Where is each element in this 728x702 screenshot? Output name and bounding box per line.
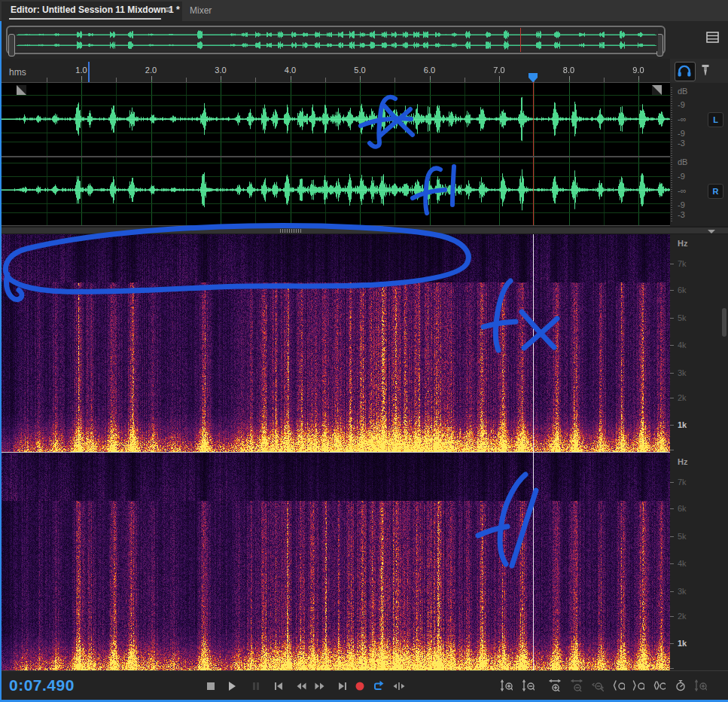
tab-editor-underline	[9, 18, 161, 20]
zoom-in-at-in-point-button[interactable]	[613, 679, 625, 691]
freq-label: 6k	[678, 504, 687, 513]
db-label: -9	[678, 172, 685, 181]
db-label: -3	[678, 210, 685, 219]
skip-to-previous-button[interactable]	[272, 679, 285, 693]
tab-bar: Editor: Untitled Session 11 Mixdown 1 * …	[0, 0, 728, 21]
stop-button[interactable]	[204, 679, 218, 693]
freq-label: 7k	[678, 259, 687, 268]
freq-tick	[670, 536, 674, 537]
transport-bar: 0:07.490	[0, 670, 728, 702]
freq-tick	[670, 318, 674, 319]
playhead-handle[interactable]	[528, 73, 538, 83]
section-divider[interactable]	[0, 227, 728, 234]
freq-label: 2k	[678, 612, 687, 621]
zoom-out-full-button[interactable]	[592, 679, 604, 691]
overview-playhead	[520, 28, 521, 52]
tab-editor-label[interactable]: Editor: Untitled Session 11 Mixdown 1 *	[11, 5, 180, 15]
channel-divider[interactable]	[0, 156, 670, 157]
ruler-tick-label: 5.0	[354, 66, 365, 75]
waveform-display[interactable]	[0, 83, 670, 226]
ruler-tick-label: 7.0	[493, 66, 504, 75]
skip-selection-button[interactable]	[392, 679, 406, 693]
corner-grip-top-left-icon[interactable]	[17, 85, 26, 95]
panel-list-icon[interactable]	[706, 32, 720, 44]
spectrogram-left-canvas[interactable]	[0, 234, 670, 452]
loop-playback-button[interactable]	[372, 679, 385, 693]
collapse-arrow-icon[interactable]	[708, 230, 715, 233]
freq-label: 4k	[678, 340, 687, 349]
record-button[interactable]	[353, 679, 367, 693]
freq-label: 1k	[678, 639, 687, 648]
zoom-to-selection-button[interactable]	[653, 679, 666, 691]
zoom-in-amplitude-button[interactable]	[501, 679, 513, 691]
overview-navigator[interactable]	[6, 26, 666, 54]
db-label: -∞	[678, 186, 687, 195]
zoom-out-amplitude-button[interactable]	[522, 679, 535, 691]
db-label: -9	[678, 129, 685, 138]
rewind-button[interactable]	[294, 679, 308, 693]
db-label: -9	[678, 100, 685, 109]
frequency-scrollbar-thumb[interactable]	[722, 308, 726, 337]
freq-tick	[670, 345, 674, 346]
ruler-tick-label: 1.0	[75, 66, 87, 75]
hz-unit-label: Hz	[678, 239, 687, 248]
time-display[interactable]: 0:07.490	[9, 676, 75, 694]
freq-tick	[670, 482, 674, 483]
waveform-top-border	[0, 82, 670, 83]
freq-tick	[670, 264, 674, 264]
ruler-tick-label: 6.0	[424, 66, 435, 75]
ruler-tick-label: 2.0	[145, 66, 157, 75]
timer-button[interactable]	[675, 679, 687, 691]
play-button[interactable]	[225, 679, 239, 693]
channel-badge-left[interactable]: L	[708, 112, 723, 127]
spectrogram-right-channel[interactable]	[0, 453, 670, 670]
db-label: -∞	[678, 114, 687, 124]
divider-grip[interactable]	[280, 229, 303, 233]
pause-button[interactable]	[249, 679, 263, 693]
freq-tick	[670, 508, 674, 509]
freq-tick	[670, 591, 674, 592]
ruler-right-controls	[670, 59, 728, 83]
freq-tick	[670, 290, 674, 291]
audition-editor-window: Editor: Untitled Session 11 Mixdown 1 * …	[0, 0, 728, 702]
freq-label: 3k	[678, 368, 687, 377]
overview-waveform[interactable]	[15, 29, 658, 51]
overview-left-handle[interactable]	[8, 34, 15, 56]
db-label: -3	[678, 139, 685, 148]
waveform-canvas[interactable]	[0, 83, 670, 226]
spectrogram-left-channel[interactable]	[0, 234, 670, 452]
spectrogram-right-canvas[interactable]	[0, 453, 670, 670]
time-ruler[interactable]: hms 1.02.03.04.05.06.07.08.09.0	[0, 59, 670, 83]
freq-label: 7k	[678, 478, 687, 487]
spectrogram-split-line	[0, 452, 670, 453]
freq-label: 3k	[678, 587, 687, 596]
skip-to-next-button[interactable]	[336, 679, 349, 693]
zoom-out-full-icon[interactable]	[679, 30, 696, 47]
channel-badge-right[interactable]: R	[708, 184, 723, 199]
spectrogram-playhead	[533, 234, 534, 670]
freq-tick	[670, 450, 674, 450]
db-label: dB	[678, 87, 687, 96]
overview-row	[0, 21, 728, 59]
zoom-in-time-button[interactable]	[549, 679, 561, 691]
zoom-out-time-button[interactable]	[571, 679, 583, 691]
freq-label: 5k	[678, 313, 687, 322]
panel-menu-icon[interactable]: ≡	[165, 4, 171, 16]
scale-ticks	[671, 87, 672, 221]
panel-focus-border-left	[0, 21, 2, 702]
ruler-tick-label: 3.0	[215, 66, 226, 75]
corner-grip-top-right-icon[interactable]	[652, 85, 662, 95]
amplitude-scale: dBdB-9-9-∞-∞-9-9-3-3LR	[670, 83, 728, 226]
headphone-monitor-icon[interactable]	[675, 62, 696, 81]
fast-forward-button[interactable]	[313, 679, 327, 693]
zoom-in-at-out-point-button[interactable]	[632, 679, 644, 691]
frequency-scale: Hz7k6k5k4k3k2k1kHz7k6k5k4k3k2k1k	[670, 234, 728, 670]
freq-tick	[670, 425, 674, 426]
freq-label: 4k	[678, 559, 687, 568]
tab-mixer[interactable]: Mixer	[190, 5, 212, 16]
db-label: dB	[678, 157, 687, 166]
hz-unit-label: Hz	[678, 457, 687, 466]
pin-icon[interactable]	[700, 63, 711, 78]
freq-tick	[670, 563, 674, 564]
zoom-in-amplitude-alt-button[interactable]	[695, 679, 707, 691]
